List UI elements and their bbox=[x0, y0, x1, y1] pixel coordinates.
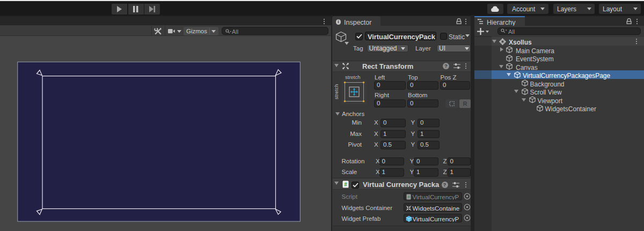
svg-text:#: # bbox=[344, 182, 347, 187]
svg-text:#: # bbox=[407, 194, 410, 199]
